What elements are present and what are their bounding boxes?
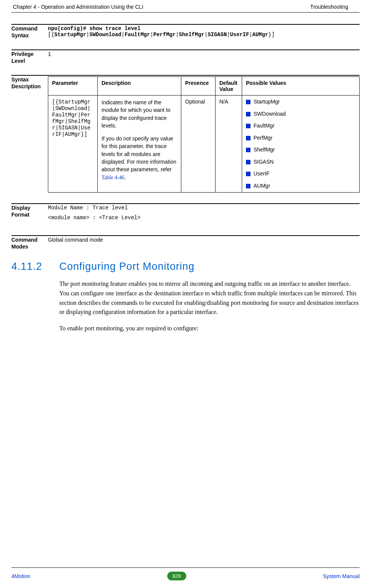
bullet-text: SIGASN: [254, 159, 355, 166]
bullet-icon: [246, 148, 251, 152]
list-item: AUMgr: [246, 183, 355, 190]
cell-default: N/A: [216, 96, 242, 193]
command-modes-section: Command Modes Global command mode: [11, 235, 360, 250]
command-syntax-section: Command Syntax npu(config)# show trace l…: [11, 24, 360, 39]
th-presence: Presence: [181, 77, 216, 96]
bullet-text: FaultMgr: [254, 123, 355, 129]
display-format-label: Display Format: [11, 203, 48, 225]
table-link[interactable]: Table 4-46: [101, 175, 124, 180]
list-item: UserIF: [246, 171, 355, 177]
footer-right: System Manual: [323, 573, 360, 579]
footer-left: 4Motion: [11, 573, 30, 579]
display-format-section: Display Format Module Name : Trace level…: [11, 203, 360, 225]
heading-title: Configuring Port Monitoring: [59, 261, 195, 272]
header-left: Chapter 4 - Operation and Administration…: [13, 4, 143, 10]
display-line2: <module name> : <Trace Level>: [48, 215, 360, 221]
bullet-icon: [246, 184, 251, 188]
bullet-icon: [246, 172, 251, 176]
table-header-row: Parameter Description Presence Default V…: [48, 77, 360, 96]
bullet-text: SWDownload: [254, 111, 355, 118]
header-right: Troubleshooting: [310, 4, 348, 10]
cmd-p0: StartupMgr: [54, 32, 86, 38]
cell-description: Indicates the name of the module for whi…: [98, 96, 181, 193]
privilege-level-body: 1: [48, 49, 360, 64]
privilege-value: 1: [48, 51, 51, 57]
cmd-line1: npu(config)# show trace level: [48, 25, 141, 32]
bullet-icon: [246, 100, 251, 104]
cmd-p1: SWDownload: [89, 32, 121, 38]
cell-possible-values: StartupMgr SWDownload FaultMgr PerfMgr S…: [242, 96, 360, 193]
list-item: SIGASN: [246, 159, 355, 166]
bullet-text: ShelfMgr: [254, 147, 355, 153]
th-default: Default Value: [216, 77, 242, 96]
command-modes-value: Global command mode: [48, 237, 103, 243]
page-header: Chapter 4 - Operation and Administration…: [11, 0, 360, 13]
cmd-p7: AUMgr: [252, 32, 268, 38]
cmd-p3: PerfMgr: [153, 32, 176, 38]
cmd-open: [{: [48, 32, 54, 38]
bullet-icon: [246, 124, 251, 128]
syntax-description-label: Syntax Description: [11, 75, 48, 193]
desc-p1: Indicates the name of the module for whi…: [101, 99, 177, 129]
list-item: SWDownload: [246, 111, 355, 118]
cell-presence: Optional: [181, 96, 216, 193]
list-item: PerfMgr: [246, 135, 355, 142]
page-footer: 4Motion 829 System Manual: [11, 567, 360, 580]
command-modes-label: Command Modes: [11, 235, 48, 250]
bullet-text: UserIF: [254, 171, 355, 177]
syntax-description-section: Syntax Description Parameter Description…: [11, 75, 360, 193]
page-number-badge: 829: [167, 572, 186, 580]
display-line1: Module Name : Trace level: [48, 205, 360, 211]
body-paragraph-1: The port monitoring feature enables you …: [59, 279, 360, 317]
body-paragraph-2: To enable port monitoring, you are requi…: [59, 324, 360, 333]
command-modes-body: Global command mode: [48, 235, 360, 250]
th-parameter: Parameter: [48, 77, 98, 96]
desc-after: .: [124, 174, 126, 180]
th-description: Description: [98, 77, 181, 96]
section-heading: 4.11.2 Configuring Port Monitoring: [11, 261, 360, 272]
content-area: Command Syntax npu(config)# show trace l…: [0, 13, 371, 333]
cmd-p5: SIGASN: [208, 32, 227, 38]
desc-p2: If you do not specify any value for this…: [101, 135, 176, 172]
bullet-icon: [246, 136, 251, 140]
cmd-p4: ShelfMgr: [179, 32, 205, 38]
heading-number: 4.11.2: [11, 261, 59, 272]
display-format-body: Module Name : Trace level <module name> …: [48, 203, 360, 225]
bullet-text: AUMgr: [254, 183, 355, 190]
command-syntax-label: Command Syntax: [11, 24, 48, 39]
th-possible: Possible Values: [242, 77, 360, 96]
command-syntax-body: npu(config)# show trace level [{StartupM…: [48, 24, 360, 39]
table-row: [{StartupMgr|SWDownload|FaultMgr|PerfMgr…: [48, 96, 360, 193]
cmd-p6: UserIF: [230, 32, 249, 38]
bullet-icon: [246, 112, 251, 116]
desc-p2-wrap: If you do not specify any value for this…: [101, 135, 177, 182]
bullet-icon: [246, 160, 251, 164]
list-item: ShelfMgr: [246, 147, 355, 153]
cmd-p2: FaultMgr: [125, 32, 150, 38]
cmd-close: }]: [268, 32, 275, 38]
parameter-table: Parameter Description Presence Default V…: [48, 76, 360, 193]
command-syntax-code: npu(config)# show trace level [{StartupM…: [48, 25, 360, 38]
list-item: StartupMgr: [246, 99, 355, 105]
cell-parameter: [{StartupMgr|SWDownload|FaultMgr|PerfMgr…: [52, 99, 90, 137]
list-item: FaultMgr: [246, 123, 355, 129]
bullet-text: PerfMgr: [254, 135, 355, 142]
syntax-description-body: Parameter Description Presence Default V…: [48, 75, 360, 193]
privilege-level-label: Privilege Level: [11, 49, 48, 64]
privilege-level-section: Privilege Level 1: [11, 49, 360, 64]
bullet-text: StartupMgr: [254, 99, 355, 105]
